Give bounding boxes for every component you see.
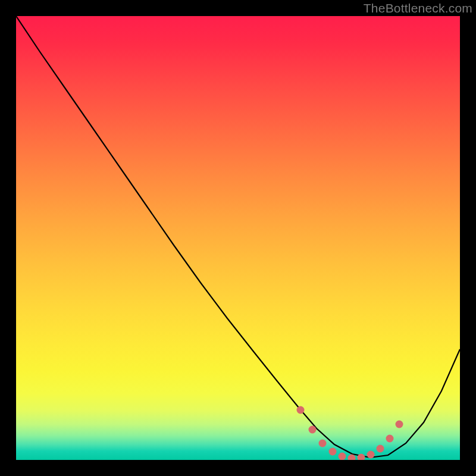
chart-frame: TheBottleneck.com xyxy=(0,0,476,476)
optimal-dot xyxy=(348,455,356,461)
optimal-dot xyxy=(329,448,337,456)
optimal-dot xyxy=(319,440,327,447)
plot-area xyxy=(16,16,460,460)
optimal-dot xyxy=(367,451,375,459)
optimal-dot xyxy=(386,435,394,443)
optimal-dot xyxy=(309,426,317,434)
curve-layer xyxy=(16,16,460,460)
optimal-dot xyxy=(377,445,384,453)
watermark-text: TheBottleneck.com xyxy=(364,1,472,15)
optimal-dot xyxy=(396,421,403,428)
optimal-dot xyxy=(339,453,346,461)
optimal-dot xyxy=(297,406,305,414)
bottleneck-curve xyxy=(16,16,460,458)
optimal-range-dots xyxy=(297,406,403,461)
